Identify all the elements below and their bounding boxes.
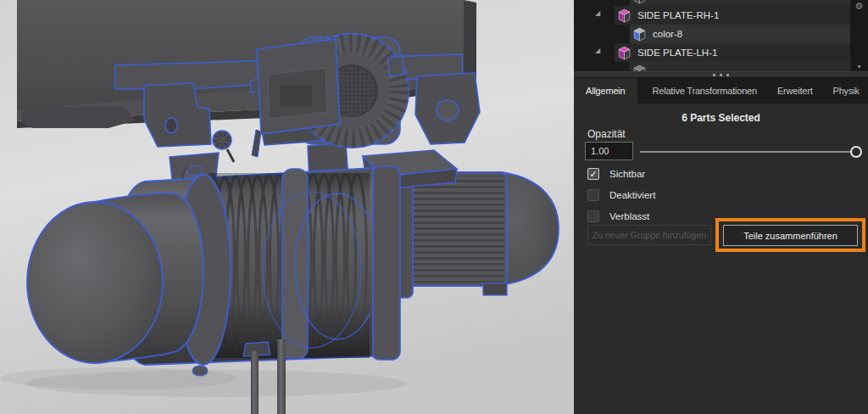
merge-parts-button[interactable]: Teile zusammenführen bbox=[723, 225, 858, 246]
tree-row-partial-bottom[interactable] bbox=[574, 62, 850, 71]
mesh-cube-icon bbox=[632, 0, 647, 4]
checkbox-label: Sichtbar bbox=[609, 169, 645, 179]
properties-tabbar: Allgemein Relative Transformationen Erwe… bbox=[574, 78, 868, 104]
properties-panel: 6 Parts Selected Opazität ✓ Sichtbar Dea… bbox=[574, 104, 868, 414]
tree-row-partial-top[interactable] bbox=[574, 0, 850, 6]
mesh-cube-icon bbox=[632, 27, 647, 42]
slider-handle[interactable] bbox=[850, 146, 862, 158]
right-panel: ◢ SIDE PLATE-RH-1 bbox=[574, 0, 868, 414]
tab-physik[interactable]: Physik bbox=[823, 78, 868, 104]
tree-row-side-plate-rh-1[interactable]: ◢ SIDE PLATE-RH-1 bbox=[574, 6, 850, 25]
opacity-slider[interactable] bbox=[640, 145, 861, 159]
part-cube-icon bbox=[617, 46, 632, 60]
tree-expanded-arrow-icon[interactable]: ◢ bbox=[595, 9, 600, 17]
tree-item-label: color-8 bbox=[653, 29, 682, 39]
checkbox-label: Deaktiviert bbox=[609, 190, 655, 200]
add-to-group-button[interactable]: Zu neuer Gruppe hinzufügen bbox=[587, 225, 711, 245]
part-cube-icon bbox=[617, 8, 632, 23]
tab-allgemein[interactable]: Allgemein bbox=[574, 78, 637, 104]
checkbox-row-deaktiviert[interactable]: Deaktiviert bbox=[587, 188, 655, 202]
checkbox-label: Verblasst bbox=[609, 211, 649, 221]
panel-splitter-handle[interactable] bbox=[574, 71, 868, 78]
scroll-down-icon[interactable]: ▾ bbox=[850, 62, 868, 71]
selection-status: 6 Parts Selected bbox=[574, 112, 868, 124]
hoist-3d-render bbox=[0, 0, 574, 414]
tree-item-label: SIDE PLATE-RH-1 bbox=[637, 10, 719, 20]
tab-erweitert[interactable]: Erweitert bbox=[767, 78, 823, 104]
mesh-cube-icon bbox=[632, 64, 647, 72]
checkbox-sichtbar[interactable]: ✓ bbox=[587, 168, 599, 180]
app-window: ◢ SIDE PLATE-RH-1 bbox=[0, 0, 868, 414]
slider-track[interactable] bbox=[640, 151, 858, 153]
checkbox-deaktiviert[interactable] bbox=[587, 189, 599, 201]
tree-row-color-8[interactable]: color-8 bbox=[574, 25, 850, 43]
tree-expanded-arrow-icon[interactable]: ◢ bbox=[595, 47, 600, 54]
tab-relative-transformationen[interactable]: Relative Transformationen bbox=[643, 78, 767, 104]
tree-row-side-plate-lh-1[interactable]: ◢ SIDE PLATE-LH-1 bbox=[574, 43, 850, 62]
opacity-label: Opazität bbox=[587, 128, 626, 140]
tree-scrollbar[interactable]: ⚙ ▾ bbox=[850, 0, 868, 71]
checkbox-row-verblasst[interactable]: Verblasst bbox=[587, 210, 649, 223]
opacity-input[interactable] bbox=[585, 142, 633, 160]
scene-tree: ◢ SIDE PLATE-RH-1 bbox=[574, 0, 868, 71]
gear-housing-band bbox=[371, 166, 400, 360]
gear-icon[interactable]: ⚙ bbox=[850, 0, 868, 12]
drum-end-cap bbox=[27, 193, 203, 363]
checkbox-verblasst[interactable] bbox=[587, 210, 599, 222]
checkbox-row-sichtbar[interactable]: ✓ Sichtbar bbox=[587, 167, 645, 181]
viewport-3d[interactable] bbox=[0, 0, 574, 414]
tree-item-label: SIDE PLATE-LH-1 bbox=[637, 48, 717, 58]
